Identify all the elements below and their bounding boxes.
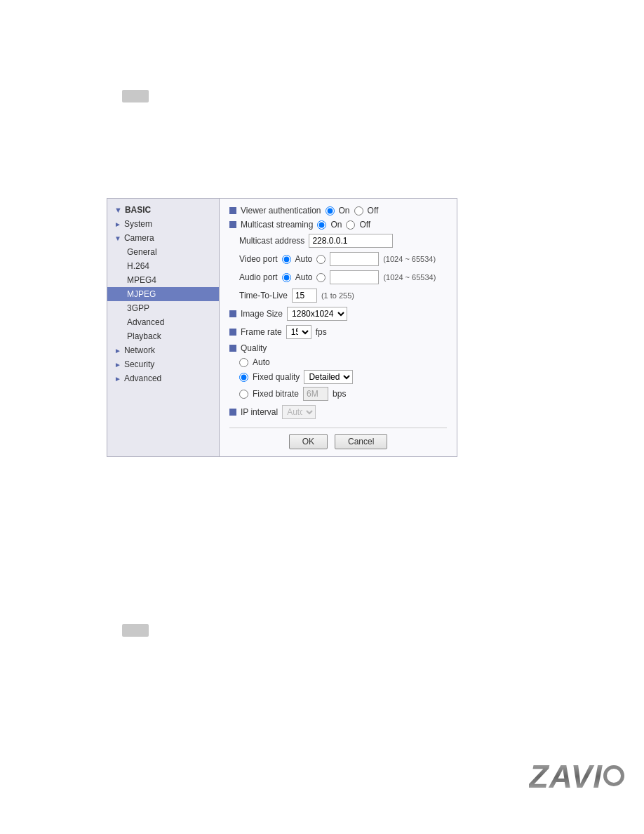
multicast-address-label: Multicast address [239, 236, 304, 246]
sidebar-system-label: System [124, 219, 152, 229]
quality-sub-section: Auto Fixed quality Detailed Standard Bas… [239, 357, 447, 401]
multicast-off-label: Off [359, 220, 370, 230]
sidebar-item-security[interactable]: ► Security [107, 357, 219, 371]
multicast-on-radio[interactable] [317, 220, 326, 230]
sidebar-general-label: General [127, 247, 157, 257]
cancel-button[interactable]: Cancel [335, 434, 387, 449]
audio-port-input[interactable] [330, 270, 379, 284]
image-size-row: Image Size 1280x1024 640x480 320x240 [229, 307, 447, 321]
multicast-address-input[interactable] [309, 234, 393, 248]
zavio-logo: ZAVI [529, 757, 624, 795]
image-size-label: Image Size [241, 309, 283, 319]
bottom-bar-decoration [122, 624, 149, 637]
ttl-row: Time-To-Live (1 to 255) [239, 289, 447, 303]
sidebar-item-camera[interactable]: ▼ Camera [107, 231, 219, 245]
viewer-auth-icon [229, 207, 236, 214]
frame-rate-row: Frame rate 15 30 10 5 1 fps [229, 325, 447, 339]
video-port-row: Video port Auto (1024 ~ 65534) [239, 252, 447, 266]
ip-interval-icon [229, 409, 236, 416]
frame-rate-icon [229, 329, 236, 336]
quality-fixed-select[interactable]: Detailed Standard Basic [304, 370, 353, 384]
zavio-logo-text: ZAVI [529, 757, 603, 795]
quality-fixed-radio[interactable] [239, 373, 248, 382]
frame-rate-select[interactable]: 15 30 10 5 1 [286, 325, 311, 339]
viewer-auth-off-radio[interactable] [354, 206, 363, 216]
quality-fixed-label: Fixed quality [253, 372, 300, 382]
audio-port-auto-label: Auto [295, 272, 313, 282]
ip-interval-row: IP interval Auto [229, 405, 447, 419]
viewer-auth-on-radio[interactable] [326, 206, 335, 216]
ttl-label: Time-To-Live [239, 291, 288, 300]
quality-auto-label: Auto [253, 357, 270, 367]
sidebar-item-mpeg4[interactable]: MPEG4 [107, 273, 219, 287]
button-row: OK Cancel [229, 428, 447, 449]
viewer-auth-label: Viewer authentication [241, 206, 321, 216]
quality-auto-radio[interactable] [239, 358, 248, 367]
quality-icon [229, 345, 236, 352]
ttl-hint: (1 to 255) [321, 291, 354, 300]
multicast-streaming-row: Multicast streaming On Off [229, 220, 447, 230]
sidebar-network-label: Network [124, 345, 155, 355]
frame-rate-label: Frame rate [241, 327, 282, 337]
sidebar-mpeg4-label: MPEG4 [127, 275, 156, 285]
sidebar-item-playback[interactable]: Playback [107, 329, 219, 343]
sidebar-advanced2-label: Advanced [124, 373, 161, 383]
zavio-logo-o [603, 765, 624, 786]
network-arrow-icon: ► [114, 347, 121, 355]
basic-arrow-icon: ▼ [114, 206, 122, 214]
audio-port-hint: (1024 ~ 65534) [383, 273, 436, 282]
sidebar-item-advanced2[interactable]: ► Advanced [107, 371, 219, 385]
video-port-auto-label: Auto [295, 254, 313, 264]
ttl-input[interactable] [292, 289, 317, 303]
quality-auto-row: Auto [239, 357, 447, 367]
image-size-icon [229, 310, 236, 317]
config-panel: ▼ BASIC ► System ▼ Camera General H.264 … [107, 198, 457, 457]
video-port-manual-radio[interactable] [316, 255, 326, 264]
bitrate-input[interactable] [303, 387, 328, 401]
top-bar-decoration [122, 90, 149, 102]
sidebar-item-3gpp[interactable]: 3GPP [107, 301, 219, 315]
sidebar-camera-label: Camera [124, 233, 154, 243]
video-port-input[interactable] [330, 252, 379, 266]
multicast-streaming-icon [229, 221, 236, 228]
viewer-auth-off-label: Off [368, 206, 379, 216]
bps-label: bps [333, 389, 346, 399]
sidebar-security-label: Security [124, 359, 154, 369]
quality-bitrate-label: Fixed bitrate [253, 389, 299, 399]
content-area: Viewer authentication On Off Multicast s… [220, 199, 457, 456]
quality-fixed-row: Fixed quality Detailed Standard Basic [239, 370, 447, 384]
quality-label: Quality [241, 343, 267, 353]
sidebar-item-network[interactable]: ► Network [107, 343, 219, 357]
quality-bitrate-row: Fixed bitrate bps [239, 387, 447, 401]
advanced2-arrow-icon: ► [114, 375, 121, 383]
sidebar-item-advanced[interactable]: Advanced [107, 315, 219, 329]
ip-interval-label: IP interval [241, 407, 278, 417]
multicast-radio-group: On Off [317, 220, 370, 230]
camera-arrow-icon: ▼ [114, 234, 121, 242]
ok-button[interactable]: OK [289, 434, 328, 449]
sidebar-item-general[interactable]: General [107, 245, 219, 259]
audio-port-auto-radio[interactable] [282, 273, 291, 282]
image-size-select[interactable]: 1280x1024 640x480 320x240 [287, 307, 347, 321]
viewer-auth-row: Viewer authentication On Off [229, 206, 447, 216]
video-port-auto-radio[interactable] [282, 255, 291, 264]
sidebar-playback-label: Playback [127, 331, 161, 341]
security-arrow-icon: ► [114, 361, 121, 369]
sidebar-mjpeg-label: MJPEG [127, 289, 156, 299]
multicast-off-radio[interactable] [346, 220, 355, 230]
sidebar-item-system[interactable]: ► System [107, 217, 219, 231]
sidebar-h264-label: H.264 [127, 261, 149, 271]
audio-port-label: Audio port [239, 272, 278, 282]
sidebar-item-h264[interactable]: H.264 [107, 259, 219, 273]
viewer-auth-on-label: On [339, 206, 350, 216]
audio-port-manual-radio[interactable] [316, 273, 326, 282]
sidebar-item-basic[interactable]: ▼ BASIC [107, 203, 219, 217]
video-port-hint: (1024 ~ 65534) [383, 255, 436, 263]
multicast-on-label: On [330, 220, 342, 230]
sidebar: ▼ BASIC ► System ▼ Camera General H.264 … [107, 199, 220, 456]
ip-interval-select[interactable]: Auto [282, 405, 316, 419]
quality-bitrate-radio[interactable] [239, 390, 248, 399]
system-arrow-icon: ► [114, 220, 121, 228]
sidebar-item-mjpeg[interactable]: MJPEG [107, 287, 219, 301]
audio-port-row: Audio port Auto (1024 ~ 65534) [239, 270, 447, 284]
